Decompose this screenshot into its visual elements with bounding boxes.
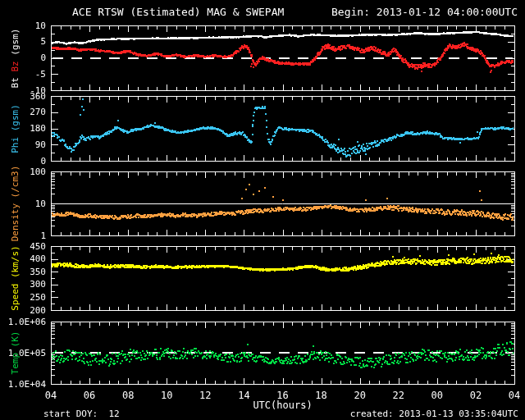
- y-tick-label: 450: [0, 241, 46, 252]
- x-tick-label: 04: [509, 390, 520, 401]
- y-tick-label: 1.0E+05: [0, 348, 46, 358]
- ace-rtsw-plot: ACE RTSW (Estimated) MAG & SWEPAM Begin:…: [0, 0, 525, 420]
- begin-timestamp: Begin: 2013-01-12 04:00:00UTC: [331, 6, 518, 18]
- y-axis-title-part: Temp (K): [10, 331, 21, 375]
- x-tick-label: 08: [122, 390, 134, 401]
- y-axis-title-part: Speed (km/s): [10, 245, 21, 310]
- x-tick-label: 16: [276, 390, 288, 401]
- created-timestamp: created: 2013-01-13 03:35:04UTC: [350, 409, 518, 419]
- x-tick-label: 22: [393, 390, 404, 401]
- y-axis-title-part: Phi (gsm): [10, 104, 21, 153]
- y-tick-label: 100: [0, 167, 46, 177]
- x-tick-label: 18: [315, 390, 326, 401]
- y-tick-label: 1.0E+04: [0, 379, 46, 390]
- y-tick-label: 10: [0, 199, 46, 209]
- x-tick-label: 02: [470, 390, 482, 401]
- y-tick-label: 5: [0, 36, 46, 47]
- y-tick-label: -5: [0, 69, 46, 80]
- y-tick-label: 200: [0, 305, 46, 316]
- y-tick-label: 350: [0, 267, 46, 277]
- y-axis-title-part: Density (/cm3): [10, 166, 21, 242]
- x-tick-label: 04: [45, 390, 57, 401]
- y-axis-title: Temp (K): [10, 331, 21, 375]
- y-tick-label: 90: [0, 139, 46, 150]
- y-tick-label: 0: [0, 156, 46, 167]
- y-tick-label: 300: [0, 279, 46, 290]
- start-doy-label: start DOY: 12: [43, 409, 120, 419]
- y-axis-title: Phi (gsm): [10, 104, 21, 153]
- y-tick-label: 1: [0, 231, 46, 241]
- y-axis-title: Density (/cm3): [10, 166, 21, 242]
- x-tick-label: 20: [354, 390, 365, 401]
- page-title: ACE RTSW (Estimated) MAG & SWEPAM: [72, 6, 284, 18]
- y-axis-title: Speed (km/s): [10, 245, 21, 310]
- y-tick-label: 360: [0, 91, 46, 102]
- y-tick-label: 250: [0, 292, 46, 303]
- y-axis-title-part: Bz: [10, 61, 21, 71]
- y-tick-label: 180: [0, 123, 46, 134]
- x-tick-label: 10: [161, 390, 172, 401]
- y-tick-label: 270: [0, 107, 46, 117]
- plot-canvas: [0, 0, 525, 420]
- y-axis-title-part: Bt: [10, 71, 21, 88]
- y-tick-label: 1.0E+06: [0, 317, 46, 327]
- y-tick-label: 400: [0, 253, 46, 264]
- x-tick-label: 14: [238, 390, 249, 401]
- y-axis-title-part: (gsm): [10, 28, 21, 61]
- x-tick-label: 00: [431, 390, 443, 401]
- x-tick-label: 06: [84, 390, 95, 401]
- x-tick-label: 12: [199, 390, 211, 401]
- y-tick-label: 0: [0, 52, 46, 63]
- y-axis-title: Bt Bz (gsm): [10, 28, 21, 88]
- y-tick-label: 10: [0, 21, 46, 31]
